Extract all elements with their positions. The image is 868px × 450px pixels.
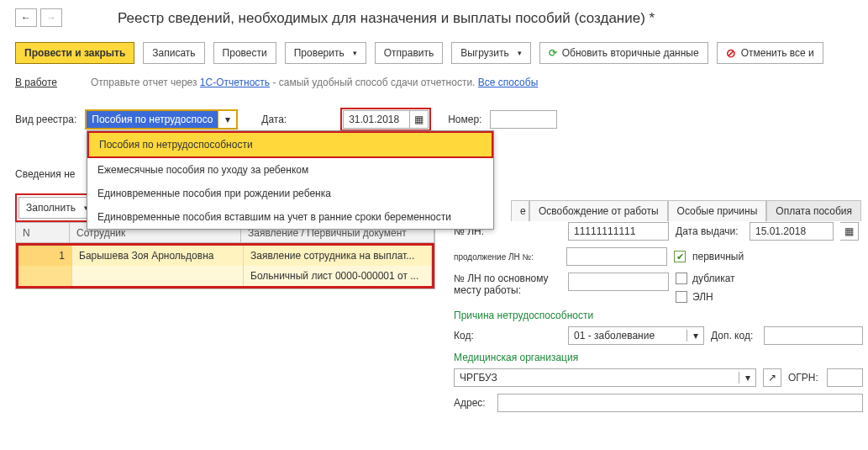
chevron-down-icon[interactable]: ▾	[687, 330, 703, 341]
cancel-all-button[interactable]: ⊘ Отменить все и	[717, 42, 823, 64]
cell-n	[18, 266, 72, 286]
otpravit-button[interactable]: Отправить	[375, 42, 444, 64]
dropdown-item-early-pregnancy[interactable]: Единовременные пособия вставшим на учет …	[87, 205, 493, 229]
eln-checkbox[interactable]: ✔	[676, 291, 687, 303]
code-value: 01 - заболевание	[569, 330, 687, 341]
vid-reestra-value: Пособия по нетрудоспосо	[87, 111, 218, 128]
date-input[interactable]: 31.01.2018	[343, 110, 410, 129]
provesti-close-button[interactable]: Провести и закрыть	[15, 42, 134, 64]
table-row[interactable]: 1 Барышева Зоя Арнольдовна Заявление сот…	[18, 246, 432, 266]
addr-label: Адрес:	[454, 397, 491, 409]
cell-doc: Заявление сотрудника на выплат...	[244, 246, 432, 266]
page-title: Реестр сведений, необходимых для назначе…	[118, 10, 655, 27]
table-row[interactable]: Больничный лист 0000-000001 от ...	[18, 266, 432, 286]
open-external-icon[interactable]: ↗	[763, 368, 781, 387]
link-1c-otchetnost[interactable]: 1С-Отчетность	[200, 77, 270, 88]
link-all-methods[interactable]: Все способы	[478, 77, 539, 88]
vid-reestra-dropdown: Пособия по нетрудоспособности Ежемесячны…	[87, 130, 494, 230]
ln-main-label1: № ЛН по основному	[454, 273, 561, 284]
tab-payment[interactable]: Оплата пособия	[766, 200, 861, 221]
date-label: Дата:	[261, 114, 287, 125]
date-issue-label: Дата выдачи:	[676, 225, 743, 237]
dropdown-item-birth[interactable]: Единовременные пособия при рождении ребе…	[87, 182, 493, 205]
med-section-header: Медицинская организация	[454, 352, 863, 363]
ogrn-input[interactable]	[827, 368, 863, 387]
cancel-all-label: Отменить все и	[741, 47, 814, 59]
cell-doc: Больничный лист 0000-000001 от ...	[244, 266, 432, 286]
date-issue-input[interactable]: 15.01.2018	[750, 222, 834, 241]
cancel-icon: ⊘	[726, 46, 736, 60]
right-form-panel: № ЛН: 11111111111 Дата выдачи: 15.01.201…	[454, 222, 863, 419]
dop-code-label: Доп. код:	[711, 330, 757, 341]
cell-employee: Барышева Зоя Арнольдовна	[72, 246, 244, 266]
nomer-label: Номер:	[448, 114, 481, 125]
vid-reestra-label: Вид реестра:	[15, 114, 76, 125]
duplicate-checkbox[interactable]: ✔	[676, 273, 687, 284]
primary-checkbox[interactable]: ✔	[674, 251, 686, 262]
refresh-icon: ⟳	[549, 47, 557, 59]
tab-svedeniya-label: Сведения не	[15, 168, 75, 180]
zapolnit-button[interactable]: Заполнить	[18, 197, 96, 219]
med-org-value: ЧРГБУЗ	[455, 372, 739, 384]
proverit-button[interactable]: Проверить	[285, 42, 366, 64]
eln-label: ЭЛН	[692, 291, 713, 303]
ln-main-input[interactable]	[568, 273, 669, 291]
continuation-label: продолжение ЛН №:	[454, 252, 560, 262]
status-in-work: В работе	[15, 77, 57, 88]
refresh-label: Обновить вторичные данные	[562, 47, 699, 59]
tab-special-reasons[interactable]: Особые причины	[668, 200, 767, 221]
provesti-button[interactable]: Провести	[213, 42, 276, 64]
ln-main-label2: месту работы:	[454, 284, 561, 296]
tab-release-from-work[interactable]: Освобождение от работы	[529, 200, 668, 221]
status-hint: Отправьте отчет через 1С-Отчетность - са…	[91, 77, 538, 88]
grid-header-n[interactable]: N	[16, 223, 70, 242]
dropdown-item-childcare[interactable]: Ежемесячные пособия по уходу за ребенком	[87, 158, 493, 182]
nomer-input[interactable]	[490, 110, 557, 129]
ogrn-label: ОГРН:	[788, 372, 820, 384]
calendar-icon[interactable]: ▦	[840, 222, 859, 241]
reason-section-header: Причина нетрудоспособности	[454, 310, 863, 321]
duplicate-label: дубликат	[692, 273, 735, 284]
vid-reestra-select[interactable]: Пособия по нетрудоспосо ▾	[85, 109, 238, 130]
chevron-down-icon[interactable]: ▾	[739, 372, 755, 384]
zapisat-button[interactable]: Записать	[143, 42, 204, 64]
tab-svedeniya[interactable]: Сведения не	[15, 168, 75, 180]
addr-input[interactable]	[497, 394, 863, 412]
med-org-select[interactable]: ЧРГБУЗ ▾	[454, 368, 756, 387]
dop-code-select[interactable]	[764, 326, 863, 345]
chevron-down-icon[interactable]: ▾	[218, 111, 236, 128]
code-label: Код:	[454, 330, 487, 341]
hint-prefix: Отправьте отчет через	[91, 77, 200, 88]
nav-back-button[interactable]: ←	[15, 8, 37, 27]
cell-employee	[72, 266, 244, 286]
ln-number-input[interactable]: 11111111111	[568, 222, 669, 241]
code-select[interactable]: 01 - заболевание ▾	[568, 326, 704, 345]
primary-label: первичный	[692, 251, 744, 262]
employees-grid: N Сотрудник Заявление / Первичный докуме…	[15, 222, 435, 289]
vygruzit-button[interactable]: Выгрузить	[451, 42, 531, 64]
refresh-button[interactable]: ⟳ Обновить вторичные данные	[539, 42, 708, 64]
continuation-input[interactable]	[566, 247, 667, 266]
tab-fragment[interactable]: е	[511, 200, 529, 221]
hint-suffix: - самый удобный способ сдачи отчетности.	[270, 77, 478, 88]
dropdown-item-disability[interactable]: Пособия по нетрудоспособности	[89, 133, 492, 156]
calendar-icon[interactable]: ▦	[410, 110, 429, 129]
nav-forward-button[interactable]: →	[40, 8, 62, 27]
cell-n: 1	[18, 246, 72, 266]
